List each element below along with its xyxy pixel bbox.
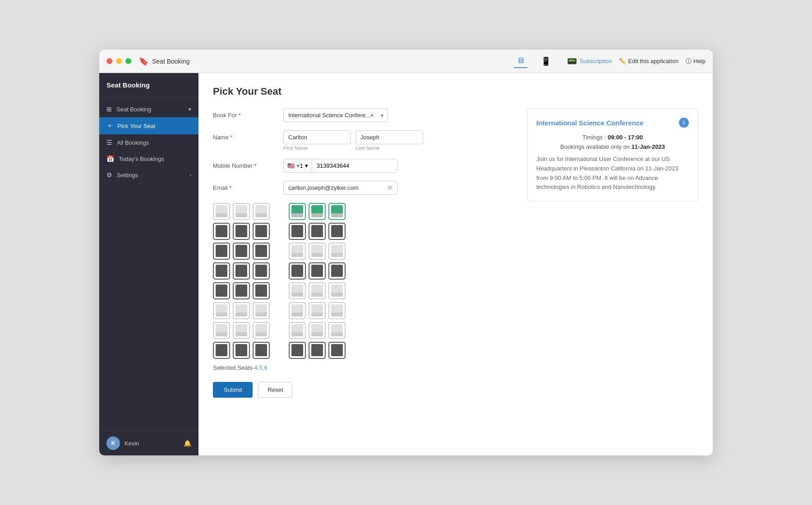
seat-row: [213, 203, 512, 220]
minimize-button[interactable]: [116, 58, 122, 64]
seat-43[interactable]: [213, 342, 230, 359]
seat-5[interactable]: [309, 203, 326, 220]
reset-button[interactable]: Reset: [258, 382, 292, 398]
seat-9[interactable]: [253, 223, 270, 240]
info-circle-icon: i: [679, 118, 689, 128]
seat-25[interactable]: [213, 282, 230, 299]
mobile-input[interactable]: [312, 159, 397, 172]
avatar: K: [106, 436, 120, 450]
seat-33[interactable]: [253, 302, 270, 319]
seat-36[interactable]: [328, 302, 346, 319]
seat-37[interactable]: [213, 322, 230, 339]
first-name-field: First Name: [283, 130, 351, 151]
list-icon: ☰: [106, 139, 112, 146]
tablet-portrait-icon[interactable]: 📱: [538, 55, 554, 68]
seat-12[interactable]: [328, 223, 346, 240]
first-name-input[interactable]: [283, 130, 351, 144]
book-for-row: Book For * International Science Confere…: [213, 108, 512, 122]
seat-44[interactable]: [233, 342, 250, 359]
seat-6[interactable]: [328, 203, 346, 220]
seat-row: [213, 302, 512, 319]
seat-35[interactable]: [309, 302, 326, 319]
seat-24[interactable]: [328, 262, 346, 280]
event-timings: Timings : 09:00 - 17:00: [536, 134, 689, 141]
seat-38[interactable]: [233, 322, 250, 339]
seat-19[interactable]: [213, 262, 230, 280]
last-name-field: Last Name: [355, 130, 423, 151]
selected-seat-numbers: 4,5,6: [254, 364, 268, 371]
info-panel: International Science Conference i Timin…: [527, 108, 698, 202]
seat-row: [213, 342, 512, 359]
book-for-select[interactable]: International Science Confere...×: [283, 108, 388, 122]
seat-18[interactable]: [328, 243, 346, 260]
traffic-lights: [106, 58, 131, 64]
sidebar-item-label: All Bookings: [117, 139, 149, 146]
submit-button[interactable]: Submit: [213, 382, 253, 398]
seat-42[interactable]: [328, 322, 346, 339]
seat-41[interactable]: [309, 322, 326, 339]
tablet-landscape-icon[interactable]: 📟: [564, 55, 580, 68]
close-button[interactable]: [106, 58, 112, 64]
plus-icon: ＋: [106, 122, 113, 130]
seat-40[interactable]: [289, 322, 306, 339]
seat-48[interactable]: [328, 342, 346, 359]
country-flag[interactable]: 🇺🇸 +1 ▾: [284, 159, 312, 172]
seat-row: [213, 262, 512, 280]
seat-2[interactable]: [233, 203, 250, 220]
desktop-icon[interactable]: 🖥: [514, 54, 527, 68]
phone-field: 🇺🇸 +1 ▾: [283, 159, 397, 173]
sidebar-item-all-bookings[interactable]: ☰ All Bookings: [99, 134, 198, 151]
seat-21[interactable]: [253, 262, 270, 280]
titlebar-actions: Subscription ✏️ Edit this application ⓘ …: [580, 57, 706, 65]
seat-13[interactable]: [213, 243, 230, 260]
maximize-button[interactable]: [125, 58, 131, 64]
seat-45[interactable]: [253, 342, 270, 359]
notification-bell-icon[interactable]: 🔔: [184, 440, 191, 447]
seat-46[interactable]: [289, 342, 306, 359]
seat-39[interactable]: [253, 322, 270, 339]
help-link[interactable]: ⓘ Help: [686, 57, 706, 65]
info-card-header: International Science Conference i: [536, 118, 689, 128]
seat-26[interactable]: [233, 282, 250, 299]
seat-11[interactable]: [309, 223, 326, 240]
seat-22[interactable]: [289, 262, 306, 280]
seat-10[interactable]: [289, 223, 306, 240]
seat-8[interactable]: [233, 223, 250, 240]
seat-34[interactable]: [289, 302, 306, 319]
sidebar-item-label: Today's Bookings: [119, 156, 164, 162]
seat-28[interactable]: [289, 282, 306, 299]
seat-20[interactable]: [233, 262, 250, 280]
sidebar-item-todays-bookings[interactable]: 📅 Today's Bookings: [99, 151, 198, 167]
seat-32[interactable]: [233, 302, 250, 319]
subscription-link[interactable]: Subscription: [580, 58, 612, 64]
seat-30[interactable]: [328, 282, 346, 299]
seat-7[interactable]: [213, 223, 230, 240]
seat-47[interactable]: [309, 342, 326, 359]
seat-row: [213, 243, 512, 260]
sidebar-item-settings[interactable]: ⚙ Settings ›: [99, 167, 198, 183]
mobile-row: Mobile Number * 🇺🇸 +1 ▾: [213, 159, 512, 173]
email-label: Email *: [213, 181, 276, 191]
seat-15[interactable]: [253, 243, 270, 260]
device-switcher: 🖥 📱 📟: [514, 54, 580, 68]
seat-27[interactable]: [253, 282, 270, 299]
seat-4[interactable]: [289, 203, 306, 220]
seat-1[interactable]: [213, 203, 230, 220]
seat-29[interactable]: [309, 282, 326, 299]
seat-16[interactable]: [289, 243, 306, 260]
seat-17[interactable]: [309, 243, 326, 260]
info-card: International Science Conference i Timin…: [527, 108, 698, 202]
sidebar-item-pick-your-seat[interactable]: ＋ Pick Your Seat: [99, 117, 198, 134]
name-label: Name *: [213, 130, 276, 141]
sidebar-item-label: Pick Your Seat: [117, 123, 156, 129]
seat-23[interactable]: [309, 262, 326, 280]
last-name-input[interactable]: [355, 130, 423, 144]
edit-app-link[interactable]: ✏️ Edit this application: [619, 58, 678, 64]
phone-dropdown-arrow: ▾: [305, 162, 308, 169]
book-for-select-wrapper: International Science Confere...× ▾: [283, 108, 388, 122]
seat-3[interactable]: [253, 203, 270, 220]
email-input[interactable]: [284, 181, 383, 194]
seat-31[interactable]: [213, 302, 230, 319]
seat-14[interactable]: [233, 243, 250, 260]
sidebar-item-seat-booking[interactable]: ⊞ Seat Booking ▾: [99, 101, 198, 117]
